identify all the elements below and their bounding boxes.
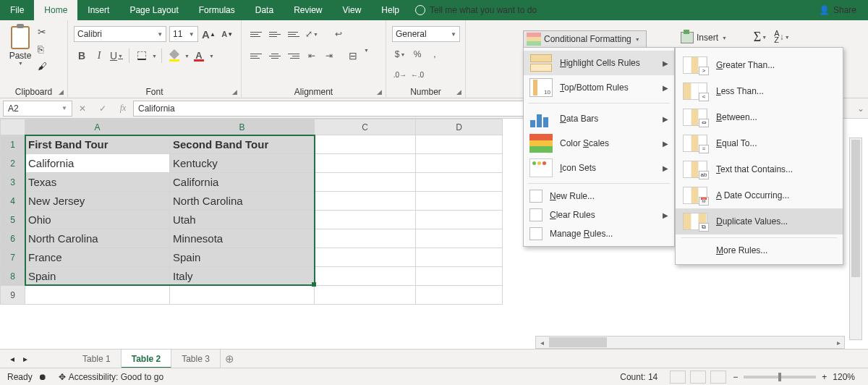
font-launcher[interactable]: ◢ (231, 88, 238, 96)
autosum-button[interactable]: Σ▼ (752, 29, 768, 45)
align-bottom-button[interactable] (285, 26, 302, 42)
new-sheet-button[interactable]: ⊕ (221, 352, 239, 365)
cell-D3[interactable] (416, 173, 503, 192)
zoom-slider[interactable] (744, 376, 816, 378)
decrease-indent-button[interactable]: ⇤ (304, 48, 320, 64)
tab-help[interactable]: Help (371, 0, 409, 20)
row-header-3[interactable]: 3 (1, 173, 25, 192)
row-header-2[interactable]: 2 (1, 154, 25, 173)
sheet-nav-arrows[interactable]: ◂▸ (0, 354, 72, 364)
merge-button[interactable] (344, 48, 362, 64)
decrease-decimal-button[interactable]: ←.0 (409, 67, 425, 82)
cell-D6[interactable] (416, 229, 503, 248)
sheet-tab-table3[interactable]: Table 3 (171, 350, 221, 368)
font-size-combo[interactable]: 11▼ (169, 26, 198, 42)
percent-format-button[interactable]: % (409, 46, 425, 62)
tab-data[interactable]: Data (245, 0, 284, 20)
tab-view[interactable]: View (333, 0, 372, 20)
menu-less-than[interactable]: <Less Than... (676, 78, 843, 104)
cell-A7[interactable]: France (25, 248, 170, 267)
cell-D8[interactable] (416, 267, 503, 286)
menu-top-bottom-rules[interactable]: Top/Bottom Rules▶ (524, 75, 674, 100)
menu-between[interactable]: ⇔Between... (676, 104, 843, 130)
zoom-out-button[interactable]: − (733, 372, 738, 382)
cell-B7[interactable]: Spain (170, 248, 315, 267)
name-box[interactable]: A2▼ (3, 101, 72, 117)
col-header-D[interactable]: D (416, 119, 503, 135)
col-header-C[interactable]: C (315, 119, 416, 135)
cell-B9[interactable] (170, 286, 315, 305)
tab-insert[interactable]: Insert (77, 0, 119, 20)
select-all-corner[interactable] (1, 119, 25, 135)
fx-icon[interactable]: fx (113, 103, 133, 114)
cell-D9[interactable] (416, 286, 503, 305)
paste-dropdown-icon[interactable]: ▼ (18, 61, 23, 66)
clipboard-launcher[interactable]: ◢ (57, 88, 64, 96)
zoom-in-button[interactable]: + (822, 372, 827, 382)
cell-C3[interactable] (315, 173, 416, 192)
normal-view-button[interactable] (670, 371, 686, 384)
row-header-4[interactable]: 4 (1, 192, 25, 211)
cell-B5[interactable]: Utah (170, 211, 315, 229)
align-middle-button[interactable] (266, 26, 284, 42)
cell-B8[interactable]: Italy (170, 267, 315, 286)
cell-C7[interactable] (315, 248, 416, 267)
cell-C9[interactable] (315, 286, 416, 305)
cell-D7[interactable] (416, 248, 503, 267)
page-layout-view-button[interactable] (690, 371, 706, 384)
menu-manage-rules[interactable]: Manage Rules... (524, 224, 674, 243)
menu-duplicate-values[interactable]: ⧉Duplicate Values... (676, 208, 843, 234)
menu-greater-than[interactable]: >Greater Than... (676, 52, 843, 78)
scroll-right-icon[interactable]: ▸ (833, 339, 844, 347)
decrease-font-button[interactable]: A▼ (219, 26, 235, 42)
horizontal-scrollbar[interactable]: ◂▸ (535, 336, 845, 349)
row-header-5[interactable]: 5 (1, 211, 25, 229)
status-macro-icon[interactable]: ⏺ (38, 372, 47, 382)
row-header-6[interactable]: 6 (1, 229, 25, 248)
menu-clear-rules[interactable]: Clear Rules▶ (524, 206, 674, 224)
align-top-button[interactable] (247, 26, 265, 42)
cell-D4[interactable] (416, 192, 503, 211)
menu-icon-sets[interactable]: Icon Sets▶ (524, 156, 674, 180)
paste-button[interactable]: Paste ▼ (6, 26, 35, 66)
italic-button[interactable]: I (91, 48, 107, 64)
zoom-level[interactable]: 120% (833, 372, 855, 382)
sheet-tab-table1[interactable]: Table 1 (72, 350, 122, 368)
align-left-button[interactable] (247, 48, 265, 64)
sort-filter-button[interactable]: AZ↓▼ (774, 29, 790, 45)
expand-formula-bar[interactable]: ⌄ (854, 103, 868, 114)
cell-B3[interactable]: California (170, 173, 315, 192)
font-color-dropdown[interactable]: ▼ (209, 54, 214, 59)
tell-me[interactable]: Tell me what you want to do (415, 5, 537, 15)
fill-color-button[interactable] (166, 48, 182, 64)
accounting-format-button[interactable]: $▼ (392, 46, 408, 62)
cell-D2[interactable] (416, 154, 503, 173)
increase-indent-button[interactable]: ⇥ (321, 48, 337, 64)
cell-C5[interactable] (315, 211, 416, 229)
align-right-button[interactable] (285, 48, 302, 64)
row-header-1[interactable]: 1 (1, 135, 25, 154)
cell-C2[interactable] (315, 154, 416, 173)
menu-data-bars[interactable]: Data Bars▶ (524, 106, 674, 131)
copy-button[interactable] (38, 43, 51, 56)
cell-A3[interactable]: Texas (25, 173, 170, 192)
cell-C6[interactable] (315, 229, 416, 248)
tab-formulas[interactable]: Formulas (189, 0, 245, 20)
cell-A2[interactable]: California (25, 154, 170, 173)
menu-color-scales[interactable]: Color Scales▶ (524, 131, 674, 156)
scrollbar-thumb[interactable] (851, 140, 860, 277)
font-color-button[interactable]: A (191, 48, 207, 64)
menu-highlight-cells-rules[interactable]: Highlight Cells Rules▶ (524, 51, 674, 75)
underline-button[interactable]: U▼ (109, 48, 124, 64)
cell-A5[interactable]: Ohio (25, 211, 170, 229)
cell-C1[interactable] (315, 135, 416, 154)
align-center-button[interactable] (266, 48, 284, 64)
number-format-combo[interactable]: General▼ (392, 26, 460, 42)
vertical-scrollbar[interactable] (849, 138, 862, 340)
font-name-combo[interactable]: Calibri▼ (74, 26, 166, 42)
cell-C8[interactable] (315, 267, 416, 286)
format-painter-button[interactable] (38, 61, 51, 74)
cell-D1[interactable] (416, 135, 503, 154)
row-header-8[interactable]: 8 (1, 267, 25, 286)
cell-A9[interactable] (25, 286, 170, 305)
